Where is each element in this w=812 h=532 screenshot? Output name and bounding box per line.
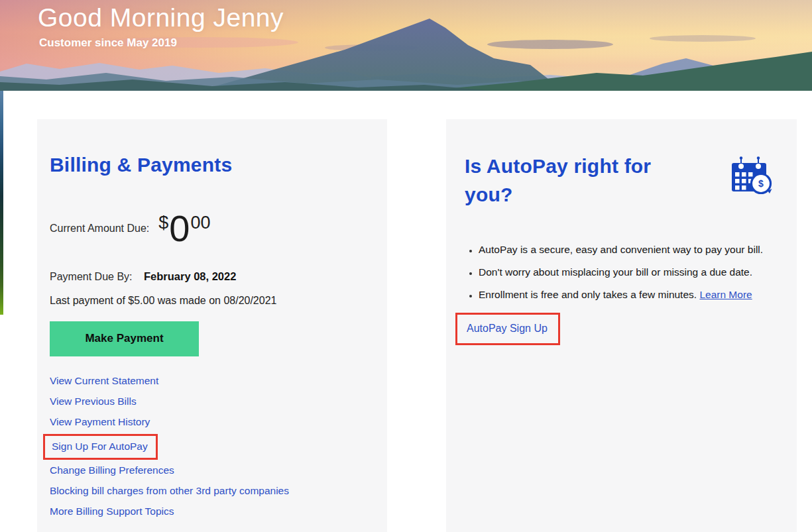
bullet-text: AutoPay is a secure, easy and convenient… (479, 244, 763, 255)
list-item: Don't worry about misplacing your bill o… (479, 266, 781, 279)
billing-links-list: View Current Statement View Previous Bil… (50, 375, 374, 517)
autopay-promo-card: Is AutoPay right for you? $ AutoPay is a… (446, 119, 797, 532)
payment-due-date: February 08, 2022 (144, 270, 236, 282)
bullet-text: Don't worry about misplacing your bill o… (479, 266, 752, 278)
list-item: AutoPay is a secure, easy and convenient… (479, 243, 781, 256)
hero-banner: Good Morning Jenny Customer since May 20… (0, 0, 812, 91)
calendar-autopay-icon: $ (728, 156, 773, 198)
make-payment-button[interactable]: Make Payment (50, 321, 199, 356)
link-change-billing-preferences[interactable]: Change Billing Preferences (50, 464, 374, 476)
link-view-current-statement[interactable]: View Current Statement (50, 375, 374, 387)
learn-more-link[interactable]: Learn More (699, 289, 752, 300)
current-amount-due-value: $ 0 00 (158, 213, 210, 244)
amount-cents: 00 (190, 213, 210, 232)
current-amount-due-row: Current Amount Due: $ 0 00 (50, 213, 374, 244)
link-blocking-bill-charges[interactable]: Blocking bill charges from other 3rd par… (50, 485, 374, 497)
billing-payments-card: Billing & Payments Current Amount Due: $… (37, 119, 387, 532)
greeting-heading: Good Morning Jenny (38, 3, 284, 32)
bullet-text: Enrollment is free and only takes a few … (479, 289, 697, 300)
last-payment-text: Last payment of $5.00 was made on 08/20/… (50, 295, 374, 307)
account-dashboard-page: Good Morning Jenny Customer since May 20… (0, 0, 812, 532)
list-item: Enrollment is free and only takes a few … (479, 288, 781, 301)
autopay-signup-highlight-box: AutoPay Sign Up (455, 313, 781, 345)
customer-since-text: Customer since May 2019 (39, 36, 177, 50)
payment-due-row: Payment Due By: February 08, 2022 (50, 270, 374, 283)
autopay-card-title: Is AutoPay right for you? (465, 152, 683, 209)
autopay-sign-up-link[interactable]: AutoPay Sign Up (455, 313, 560, 345)
link-sign-up-for-autopay[interactable]: Sign Up For AutoPay (43, 434, 158, 460)
link-view-previous-bills[interactable]: View Previous Bills (50, 396, 374, 407)
autopay-benefits-list: AutoPay is a secure, easy and convenient… (465, 243, 781, 301)
svg-text:$: $ (758, 178, 764, 189)
link-more-billing-support-topics[interactable]: More Billing Support Topics (50, 505, 374, 517)
signup-autopay-highlight-box: Sign Up For AutoPay (43, 434, 374, 460)
left-edge-image-sliver (0, 91, 3, 315)
amount-currency-symbol: $ (158, 213, 168, 232)
payment-due-label: Payment Due By: (50, 271, 133, 282)
current-amount-due-label: Current Amount Due: (50, 223, 149, 235)
billing-card-title: Billing & Payments (50, 154, 374, 176)
amount-dollars: 0 (168, 213, 190, 244)
link-view-payment-history[interactable]: View Payment History (50, 416, 374, 428)
